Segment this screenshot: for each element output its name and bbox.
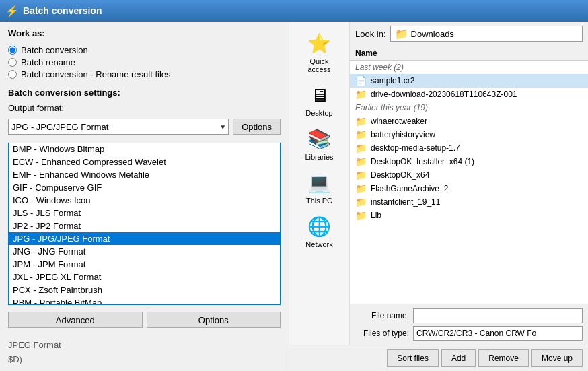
- file-item-icon: 📁: [355, 170, 367, 180]
- file-item[interactable]: 📁DesktopOK_x64: [350, 168, 588, 182]
- radio-batch-rename-label: Batch rename: [21, 57, 75, 67]
- dropdown-item[interactable]: EMF - Enhanced Windows Metafile: [9, 168, 280, 181]
- look-in-box[interactable]: 📁 Downloads: [390, 26, 583, 42]
- folder-icon: 📁: [395, 28, 408, 40]
- work-as-label: Work as:: [8, 28, 281, 38]
- format-dropdown-list[interactable]: BMP - Windows BitmapECW - Enhanced Compr…: [8, 143, 281, 305]
- file-item[interactable]: 📁winaerotweaker: [350, 114, 588, 128]
- quick-access-icon: ⭐: [307, 32, 331, 55]
- options-button-2[interactable]: Options: [147, 312, 281, 328]
- file-list[interactable]: Last week (2)📄sample1.cr2📁drive-download…: [350, 61, 588, 304]
- file-item-icon: 📁: [355, 156, 367, 167]
- dropdown-item[interactable]: PCX - Zsoft Paintbrush: [9, 283, 280, 296]
- dropdown-item[interactable]: ICO - Windows Icon: [9, 194, 280, 207]
- file-item[interactable]: 📁drive-download-20230618T110643Z-001: [350, 88, 588, 101]
- libraries-icon: 📚: [307, 128, 331, 150]
- network-icon: 🌐: [307, 215, 331, 238]
- this-pc-label: This PC: [306, 197, 332, 205]
- settings-label: Batch conversion settings:: [8, 88, 281, 98]
- dropdown-item[interactable]: JXL - JPEG XL Format: [9, 271, 280, 283]
- file-item-name: FlashGameArchive_2: [371, 184, 448, 193]
- dropdown-item[interactable]: JPM - JPM Format: [9, 258, 280, 271]
- look-in-value: Downloads: [411, 29, 454, 39]
- file-item[interactable]: 📄sample1.cr2: [350, 74, 588, 88]
- files-of-type-input[interactable]: [413, 326, 583, 341]
- format-select[interactable]: JPG - JPG/JPEG Format: [8, 119, 229, 135]
- network-label: Network: [305, 240, 332, 248]
- radio-item-batch-conversion: Batch conversion: [8, 45, 281, 55]
- radio-batch-conversion-rename[interactable]: [8, 70, 17, 79]
- radio-item-batch-conversion-rename: Batch conversion - Rename result files: [8, 69, 281, 79]
- radio-batch-conversion-label: Batch conversion: [21, 45, 88, 55]
- file-name-input[interactable]: [413, 308, 583, 323]
- file-name-row: File name:: [355, 308, 583, 323]
- file-section-label: Earlier this year (19): [350, 101, 588, 114]
- file-item-name: sample1.cr2: [371, 76, 414, 86]
- radio-group: Batch conversion Batch rename Batch conv…: [8, 45, 281, 79]
- file-item-name: batteryhistoryview: [371, 130, 435, 139]
- desktop-icon: 🖥: [310, 84, 329, 106]
- dropdown-item[interactable]: GIF - Compuserve GIF: [9, 181, 280, 194]
- nav-icon-desktop[interactable]: 🖥Desktop: [293, 80, 346, 121]
- file-item-icon: 📄: [355, 75, 367, 86]
- file-item-icon: 📁: [355, 210, 367, 221]
- file-item[interactable]: 📁batteryhistoryview: [350, 128, 588, 141]
- radio-batch-conversion-rename-label: Batch conversion - Rename result files: [21, 69, 171, 79]
- desktop-label: Desktop: [305, 109, 332, 117]
- add-button[interactable]: Add: [441, 349, 476, 367]
- file-item-name: Lib: [371, 211, 381, 220]
- file-item-icon: 📁: [355, 129, 367, 140]
- format-row: JPG - JPG/JPEG Format Options: [8, 119, 281, 135]
- bottom-bar: File name: Files of type:: [350, 304, 588, 345]
- dropdown-item[interactable]: JPG - JPG/JPEG Format: [9, 232, 280, 245]
- file-item-name: DesktopOK_x64: [371, 170, 429, 180]
- advanced-row: Advanced Options: [8, 312, 281, 328]
- options-button[interactable]: Options: [233, 119, 281, 135]
- top-section: ⭐Quick access🖥Desktop📚Libraries💻This PC🌐…: [289, 22, 588, 345]
- file-item[interactable]: 📁FlashGameArchive_2: [350, 182, 588, 195]
- nav-icon-this-pc[interactable]: 💻This PC: [293, 168, 346, 209]
- nav-icon-libraries[interactable]: 📚Libraries: [293, 124, 346, 165]
- look-in-bar: Look in: 📁 Downloads: [350, 22, 588, 46]
- file-item-name: drive-download-20230618T110643Z-001: [371, 90, 517, 99]
- files-of-type-row: Files of type:: [355, 326, 583, 341]
- files-of-type-label: Files of type:: [355, 329, 409, 338]
- file-item-name: winaerotweaker: [371, 116, 427, 126]
- dropdown-item[interactable]: ECW - Enhanced Compressed Wavelet: [9, 156, 280, 168]
- left-panel: Work as: Batch conversion Batch rename B…: [0, 22, 289, 371]
- file-item[interactable]: 📁instantclient_19_11: [350, 195, 588, 209]
- dropdown-item[interactable]: PBM - Portable BitMap: [9, 296, 280, 305]
- file-item[interactable]: 📁desktop-media-setup-1.7: [350, 141, 588, 155]
- radio-batch-rename[interactable]: [8, 58, 17, 67]
- nav-icon-network[interactable]: 🌐Network: [293, 211, 346, 252]
- output-format-label: Output format:: [8, 103, 281, 113]
- radio-item-batch-rename: Batch rename: [8, 57, 281, 67]
- file-item-icon: 📁: [355, 143, 367, 154]
- advanced-button[interactable]: Advanced: [8, 312, 143, 328]
- sort-files-button[interactable]: Sort files: [387, 349, 439, 367]
- dropdown-item[interactable]: JP2 - JP2 Format: [9, 220, 280, 232]
- right-area: ⭐Quick access🖥Desktop📚Libraries💻This PC🌐…: [289, 22, 588, 371]
- jpeg-format-info: JPEG Format: [8, 336, 281, 350]
- nav-icons: ⭐Quick access🖥Desktop📚Libraries💻This PC🌐…: [289, 22, 350, 345]
- libraries-label: Libraries: [305, 153, 333, 161]
- title-bar: ⚡ Batch conversion: [0, 0, 588, 22]
- file-item-icon: 📁: [355, 116, 367, 127]
- file-browser: Look in: 📁 Downloads Name Last week (2)📄…: [350, 22, 588, 345]
- dropdown-item[interactable]: JNG - JNG Format: [9, 245, 280, 258]
- file-item[interactable]: 📁Lib: [350, 209, 588, 222]
- dropdown-item[interactable]: BMP - Windows Bitmap: [9, 143, 280, 156]
- file-item-name: DesktopOK_Installer_x64 (1): [371, 157, 474, 166]
- file-item-name: instantclient_19_11: [371, 197, 440, 207]
- file-name-label: File name:: [355, 311, 409, 321]
- bottom-option-label: $D): [8, 354, 281, 364]
- file-item-icon: 📁: [355, 89, 367, 100]
- remove-button[interactable]: Remove: [478, 349, 529, 367]
- move-up-button[interactable]: Move up: [531, 349, 583, 367]
- file-item[interactable]: 📁DesktopOK_Installer_x64 (1): [350, 155, 588, 168]
- app-icon: ⚡: [5, 5, 19, 18]
- file-item-icon: 📁: [355, 197, 367, 207]
- nav-icon-quick-access[interactable]: ⭐Quick access: [293, 28, 346, 77]
- radio-batch-conversion[interactable]: [8, 46, 17, 55]
- dropdown-item[interactable]: JLS - JLS Format: [9, 207, 280, 220]
